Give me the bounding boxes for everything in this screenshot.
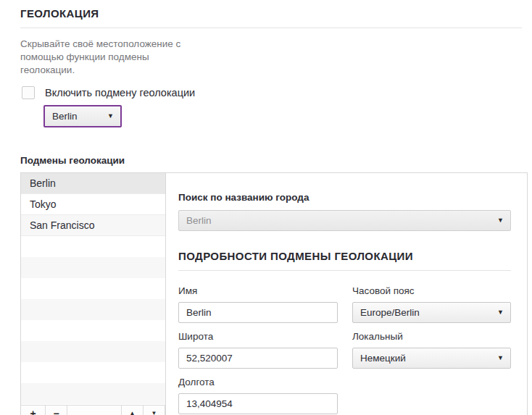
locale-label: Локальный bbox=[352, 331, 511, 342]
list-item-empty[interactable] bbox=[21, 236, 165, 257]
timezone-label: Часовой пояс bbox=[352, 285, 511, 296]
chevron-down-icon: ▼ bbox=[107, 112, 114, 120]
name-label: Имя bbox=[178, 285, 338, 296]
list-item-empty[interactable] bbox=[21, 257, 165, 278]
list-item-empty[interactable] bbox=[21, 383, 165, 404]
spoof-list: Berlin Tokyo San Francisco + − bbox=[21, 173, 166, 415]
list-toolbar: + − ▲ ▼ bbox=[21, 405, 165, 415]
list-item-tokyo[interactable]: Tokyo bbox=[21, 194, 165, 215]
details-divider bbox=[178, 270, 511, 271]
name-field-group: Имя bbox=[178, 285, 338, 323]
list-item-empty[interactable] bbox=[21, 278, 165, 299]
chevron-down-icon: ▼ bbox=[497, 217, 504, 224]
list-item-label: San Francisco bbox=[30, 219, 94, 231]
header-divider bbox=[20, 28, 522, 28]
list-item-label: Tokyo bbox=[30, 198, 57, 210]
enable-spoof-label: Включить подмену геолокации bbox=[45, 87, 195, 98]
list-item-berlin[interactable]: Berlin bbox=[21, 173, 165, 194]
timezone-field-group: Часовой пояс Europe/Berlin ▼ bbox=[352, 285, 511, 323]
geolocation-settings-page: ГЕОЛОКАЦИЯ Скрывайте своё местоположение… bbox=[0, 0, 532, 415]
spoof-list-rows: Berlin Tokyo San Francisco bbox=[21, 173, 165, 405]
details-heading: ПОДРОБНОСТИ ПОДМЕНЫ ГЕОЛОКАЦИИ bbox=[178, 250, 511, 262]
active-location-select[interactable]: Berlin ▼ bbox=[43, 105, 122, 127]
timezone-value: Europe/Berlin bbox=[360, 307, 497, 318]
city-search-select[interactable]: Berlin ▼ bbox=[178, 210, 511, 231]
active-location-value: Berlin bbox=[52, 111, 107, 122]
longitude-label: Долгота bbox=[178, 377, 338, 387]
timezone-select[interactable]: Europe/Berlin ▼ bbox=[352, 302, 511, 323]
city-search-label: Поиск по названию города bbox=[178, 192, 511, 203]
longitude-input[interactable] bbox=[178, 393, 338, 414]
locale-select[interactable]: Немецкий ▼ bbox=[352, 348, 511, 369]
spoof-panel: Berlin Tokyo San Francisco + − bbox=[20, 172, 528, 415]
city-search-value: Berlin bbox=[186, 215, 497, 226]
locale-field-group: Локальный Немецкий ▼ bbox=[352, 331, 511, 369]
list-item-label: Berlin bbox=[30, 177, 56, 189]
enable-spoof-row: Включить подмену геолокации bbox=[22, 86, 528, 99]
toolbar-spacer bbox=[67, 406, 122, 415]
move-down-button[interactable]: ▼ bbox=[144, 406, 165, 415]
latitude-label: Широта bbox=[178, 331, 338, 342]
list-item-empty[interactable] bbox=[21, 299, 165, 320]
chevron-down-icon: ▼ bbox=[497, 354, 504, 361]
details-grid: Имя Часовой пояс Europe/Berlin ▼ Широта bbox=[178, 285, 511, 414]
enable-spoof-checkbox[interactable] bbox=[22, 86, 35, 99]
spoof-list-label: Подмены геолокации bbox=[20, 155, 528, 166]
latitude-field-group: Широта bbox=[178, 331, 338, 369]
latitude-input[interactable] bbox=[178, 348, 338, 369]
longitude-field-group: Долгота bbox=[178, 377, 338, 414]
page-title: ГЕОЛОКАЦИЯ bbox=[20, 7, 528, 20]
page-description: Скрывайте своё местоположение с помощью … bbox=[20, 38, 201, 77]
spoof-details-form: Поиск по названию города Berlin ▼ ПОДРОБ… bbox=[166, 173, 528, 415]
name-input[interactable] bbox=[178, 302, 338, 323]
locale-value: Немецкий bbox=[360, 353, 497, 364]
list-item-empty[interactable] bbox=[21, 320, 165, 341]
list-item-san-francisco[interactable]: San Francisco bbox=[21, 215, 165, 236]
remove-location-button[interactable]: − bbox=[46, 406, 67, 415]
list-item-empty[interactable] bbox=[21, 362, 165, 383]
move-up-button[interactable]: ▲ bbox=[122, 406, 144, 415]
add-location-button[interactable]: + bbox=[21, 406, 46, 415]
list-item-empty[interactable] bbox=[21, 341, 165, 362]
chevron-down-icon: ▼ bbox=[497, 309, 504, 316]
